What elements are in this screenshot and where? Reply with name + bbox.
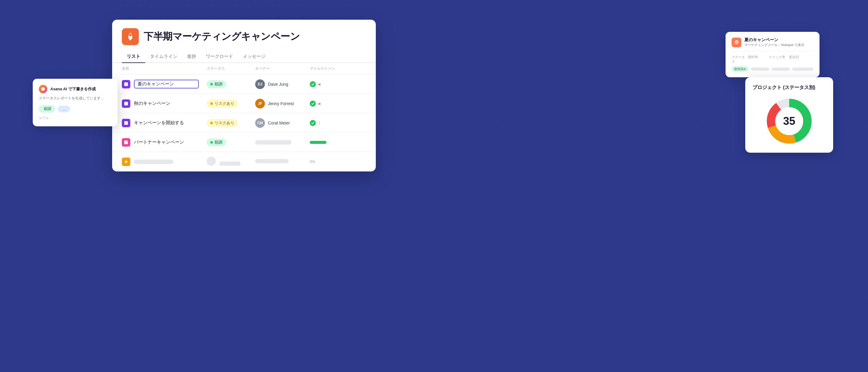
task-name-cell: キャンペーンを開始する [122, 119, 207, 127]
owner-cell: CM Coral Meier [255, 118, 310, 128]
svg-point-5 [41, 87, 45, 91]
task-icon [122, 99, 130, 108]
table-row: 順調 DJ Dave Jung ◀ [112, 74, 376, 94]
status-badge-yellow: リスクあり [207, 100, 238, 107]
tab-workload[interactable]: ワークロード [201, 50, 238, 62]
hubspot-header: ⚙ 夏のキャンペーン マーケティングメール・Hubspot で表示 [732, 37, 813, 47]
task-icon [122, 138, 130, 147]
table-row: パートナーキャンペーン 順調 [112, 133, 376, 152]
svg-rect-2 [124, 121, 128, 125]
tab-list[interactable]: リスト [122, 50, 145, 62]
status-badge-yellow: リスクあり [207, 119, 238, 127]
status-cell: 順調 [207, 138, 255, 146]
hubspot-card: ⚙ 夏のキャンペーン マーケティングメール・Hubspot で表示 ステータス … [725, 32, 819, 77]
task-icon [122, 80, 130, 89]
task-name-cell [122, 80, 207, 89]
hubspot-title: 夏のキャンペーン [744, 37, 804, 43]
milestone-check-icon [310, 120, 316, 126]
hubspot-icon: ⚙ [732, 38, 741, 47]
task-name-cell: 秋のキャンペーン [122, 99, 207, 108]
donut-center-value: 35 [783, 115, 795, 128]
avatar: CM [255, 118, 265, 128]
svg-rect-1 [124, 102, 128, 105]
donut-chart-container: 35 [752, 97, 826, 145]
tab-timeline[interactable]: タイムライン [145, 50, 182, 62]
avatar: JF [255, 99, 265, 108]
hubspot-divider [732, 51, 813, 51]
status-cell: 順調 [207, 80, 255, 88]
task-icon [122, 119, 130, 127]
skeleton-owner [255, 159, 288, 163]
avatar: DJ [255, 79, 265, 89]
jenny-forrest-label: Jenny Forrest [268, 101, 294, 106]
owner-cell: DJ Dave Jung [255, 79, 310, 89]
status-badge-green: 順調 [207, 138, 226, 146]
task-type-icon [124, 121, 128, 126]
skeleton-status-text [219, 162, 241, 166]
ai-status-pill: 順調 [39, 105, 55, 113]
status-dot [210, 83, 213, 86]
ai-button-pill[interactable]: … [58, 106, 70, 112]
ai-card-header: Asana AI で下書きを作成 [39, 85, 112, 93]
ai-bottom-label: ルアル [39, 116, 112, 120]
task-type-icon [124, 82, 128, 87]
milestone-cell: ◀ [310, 101, 366, 107]
ai-draft-card: Asana AI で下書きを作成 ステータスレポートを生成しています… 順調 …… [33, 79, 118, 126]
status-cell: リスクあり [207, 119, 255, 127]
hubspot-table-header: ステータス 開封率 クリック率 配信日 [732, 55, 813, 64]
skeleton-status [207, 157, 216, 166]
tab-messages[interactable]: メッセージ [238, 50, 270, 62]
svg-rect-3 [124, 141, 128, 144]
hs-skeleton [751, 68, 769, 71]
svg-marker-4 [124, 160, 128, 163]
table-header: 名前 ステータス オーナー マイルストーン [112, 63, 376, 74]
status-dot [210, 102, 213, 105]
milestone-cell: ◀ [310, 81, 366, 87]
milestone-check-icon [310, 101, 316, 107]
task-type-icon [124, 101, 128, 106]
status-cell [207, 157, 255, 167]
svg-rect-0 [124, 82, 128, 86]
milestone-check-icon [310, 81, 316, 87]
hs-status-pill: 送信済み [732, 66, 749, 72]
skeleton-name [134, 160, 173, 164]
milestone-cell [310, 141, 366, 144]
owner-cell: JF Jenny Forrest [255, 99, 310, 108]
tab-bar: リスト タイムライン 進捗 ワークロード メッセージ [112, 50, 376, 63]
table-row: 0% [112, 152, 376, 171]
card-header: 下半期マーケティングキャンペーン [112, 20, 376, 50]
hs-skeleton [792, 68, 813, 71]
hubspot-subtitle: マーケティングメール・Hubspot で表示 [744, 43, 804, 47]
hs-skeleton [772, 68, 790, 71]
donut-chart-card: プロジェクト (ステータス別) 35 [745, 77, 833, 153]
ai-card-title: Asana AI で下書きを作成 [50, 86, 96, 92]
ai-card-subtitle: ステータスレポートを生成しています… [39, 96, 112, 101]
task-name-cell: パートナーキャンペーン [122, 138, 207, 147]
owner-cell [255, 159, 310, 165]
task-name-cell [122, 158, 207, 166]
project-icon [122, 28, 139, 45]
table-row: キャンペーンを開始する リスクあり CM Coral Meier く [112, 113, 376, 133]
milestone-cell: 0% [310, 160, 366, 164]
status-dot [210, 122, 213, 124]
ai-status-row: 順調 … [39, 105, 112, 113]
milestone-cell: く [310, 120, 366, 126]
status-badge-green: 順調 [207, 80, 226, 88]
milestone-progress-bar [310, 141, 327, 144]
donut-chart-title: プロジェクト (ステータス別) [752, 84, 826, 91]
status-dot [210, 141, 213, 144]
project-title: 下半期マーケティングキャンペーン [144, 30, 300, 43]
task-name-input[interactable] [134, 80, 199, 89]
skeleton-owner [255, 140, 291, 144]
main-project-card: 下半期マーケティングキャンペーン リスト タイムライン 進捗 ワークロード メッ… [112, 20, 376, 171]
hubspot-data-row: 送信済み [732, 66, 813, 72]
tab-progress[interactable]: 進捗 [182, 50, 201, 62]
table-row: 秋のキャンペーン リスクあり JF Jenny Forrest ◀ [112, 94, 376, 113]
star-icon [124, 160, 128, 164]
task-type-icon [124, 140, 128, 145]
rocket-icon [125, 32, 135, 41]
ai-icon [39, 85, 47, 93]
owner-cell [255, 140, 310, 144]
task-icon [122, 158, 130, 166]
status-cell: リスクあり [207, 100, 255, 107]
